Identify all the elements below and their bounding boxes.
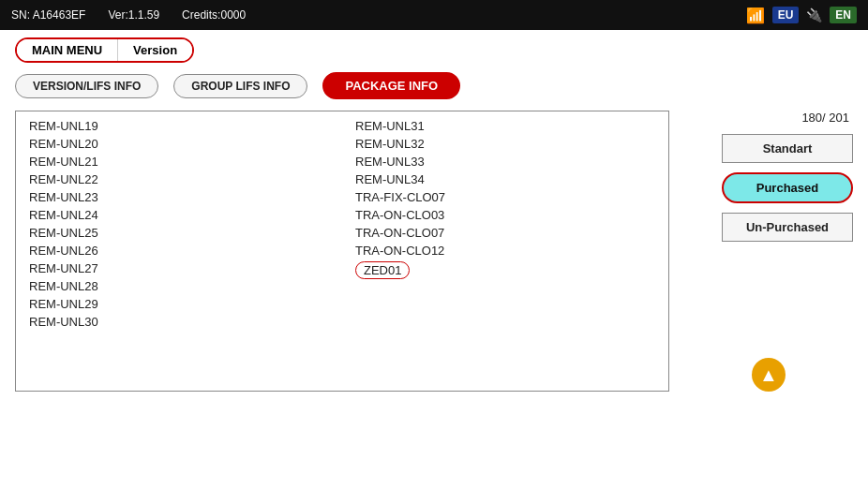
list-item[interactable]: REM-UNL25 [25,224,333,242]
version: Ver:1.1.59 [108,8,159,22]
list-item[interactable]: TRA-ON-CLO07 [352,224,659,242]
credits: Credits:0000 [182,8,246,22]
list-item[interactable]: TRA-FIX-CLO07 [352,188,659,206]
list-item[interactable]: REM-UNL30 [25,313,333,331]
list-item[interactable]: REM-UNL34 [352,170,659,188]
tab-package-info[interactable]: PACKAGE INFO [322,72,460,99]
list-box: REM-UNL19REM-UNL20REM-UNL21REM-UNL22REM-… [15,111,669,392]
list-item[interactable]: REM-UNL31 [352,117,659,135]
list-item[interactable]: REM-UNL29 [25,295,333,313]
list-item[interactable]: REM-UNL23 [25,188,333,206]
en-badge: EN [830,7,857,23]
list-column-2: REM-UNL31REM-UNL32REM-UNL33REM-UNL34TRA-… [342,117,668,385]
tab-version-lifs[interactable]: VERSION/LIFS INFO [15,74,158,98]
list-item[interactable]: REM-UNL28 [25,277,333,295]
list-item[interactable]: REM-UNL22 [25,170,333,188]
list-item[interactable]: REM-UNL33 [352,153,659,170]
list-item[interactable]: REM-UNL20 [25,135,333,153]
standart-button[interactable]: Standart [722,134,853,163]
navigate-down-button[interactable]: ▲ [752,358,786,392]
list-item[interactable] [352,289,659,292]
main-menu-oval: MAIN MENU Version [15,37,194,63]
tab-row: VERSION/LIFS INFO GROUP LIFS INFO PACKAG… [15,72,853,99]
version-button[interactable]: Version [118,39,192,61]
list-item[interactable]: ZED01 [352,259,659,281]
content-area: REM-UNL19REM-UNL20REM-UNL21REM-UNL22REM-… [15,111,853,392]
list-item[interactable]: TRA-ON-CLO03 [352,206,659,224]
main-content: MAIN MENU Version VERSION/LIFS INFO GROU… [0,30,868,399]
tab-group-lifs[interactable]: GROUP LIFS INFO [173,74,307,98]
right-panel: 180/ 201 Standart Purchased Un-Purchased… [684,111,853,392]
menu-bar: MAIN MENU Version [15,37,853,63]
usb-icon: 🔌 [806,7,822,22]
main-menu-button[interactable]: MAIN MENU [17,39,118,61]
top-bar: SN: A16463EF Ver:1.1.59 Credits:0000 📶 E… [0,0,868,30]
list-item[interactable]: REM-UNL19 [25,117,333,135]
list-item[interactable]: REM-UNL26 [25,242,333,259]
list-item[interactable]: REM-UNL21 [25,153,333,170]
list-item[interactable]: TRA-ON-CLO12 [352,242,659,259]
counter: 180/ 201 [801,111,849,125]
list-column-1: REM-UNL19REM-UNL20REM-UNL21REM-UNL22REM-… [16,117,342,385]
serial-number: SN: A16463EF [11,8,85,22]
purchased-button[interactable]: Purchased [722,172,853,203]
unpurchased-button[interactable]: Un-Purchased [722,213,853,242]
wifi-icon: 📶 [746,7,765,24]
top-bar-right: 📶 EU 🔌 EN [746,7,857,24]
list-item[interactable]: REM-UNL24 [25,206,333,224]
list-item[interactable]: REM-UNL27 [25,259,333,277]
eu-badge: EU [772,7,800,23]
list-item[interactable]: REM-UNL32 [352,135,659,153]
